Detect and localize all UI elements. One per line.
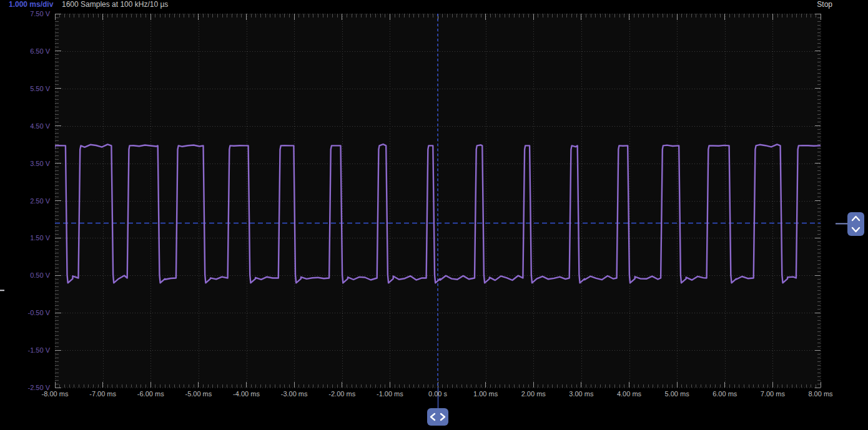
y-axis-label: 4.50 V bbox=[0, 122, 50, 130]
x-axis-label: 8.00 ms bbox=[792, 390, 849, 398]
scope-plot[interactable] bbox=[0, 0, 868, 430]
chevron-left-icon[interactable] bbox=[428, 408, 438, 426]
trigger-level-stepper[interactable] bbox=[847, 212, 864, 236]
y-axis-label: -1.50 V bbox=[0, 346, 50, 354]
y-axis-label: 2.50 V bbox=[0, 197, 50, 205]
chevron-up-icon[interactable] bbox=[847, 213, 864, 224]
y-axis-label: -0.50 V bbox=[0, 309, 50, 316]
y-axis-label: 6.50 V bbox=[0, 47, 50, 55]
y-axis-label: 1.50 V bbox=[0, 234, 50, 242]
chevron-right-icon[interactable] bbox=[438, 408, 448, 426]
oscilloscope-window: 1.000 ms/div 1600 Samples at 100 kHz/10 … bbox=[0, 0, 868, 430]
y-axis-label: 0.50 V bbox=[0, 271, 50, 279]
y-axis-label: 5.50 V bbox=[0, 85, 50, 92]
y-axis-label: 7.50 V bbox=[0, 10, 50, 17]
trigger-position-stepper[interactable] bbox=[427, 408, 448, 426]
y-axis-label: 3.50 V bbox=[0, 160, 50, 167]
chevron-down-icon[interactable] bbox=[847, 224, 864, 235]
